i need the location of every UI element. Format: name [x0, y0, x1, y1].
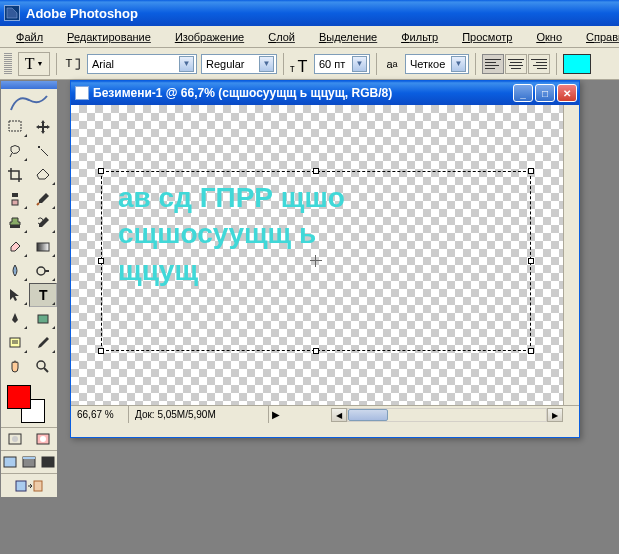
antialias-dropdown[interactable]: Четкое ▼	[405, 54, 469, 74]
scroll-track[interactable]	[347, 408, 547, 422]
svg-text:т: т	[290, 62, 295, 73]
align-right-button[interactable]	[528, 54, 550, 74]
text-orientation-toggle[interactable]: T	[63, 54, 83, 74]
fullscreen-button[interactable]	[38, 451, 57, 473]
svg-point-9	[37, 267, 45, 275]
svg-rect-5	[12, 193, 18, 197]
text-line: ав сд ГПРР щшо	[118, 180, 514, 216]
align-left-button[interactable]	[482, 54, 504, 74]
canvas[interactable]: ав сд ГПРР щшо сщшосуущщ ь щцущ	[71, 105, 563, 407]
resize-handle[interactable]	[313, 168, 319, 174]
canvas-area[interactable]: ав сд ГПРР щшо сщшосуущщ ь щцущ	[71, 105, 563, 407]
notes-tool[interactable]	[1, 331, 29, 355]
quickmask-mode-button[interactable]	[29, 428, 57, 450]
eraser-tool[interactable]	[1, 235, 29, 259]
svg-point-17	[40, 436, 46, 442]
document-title: Безимени-1 @ 66,7% (сщшосуущщ ь щцущ, RG…	[93, 86, 392, 100]
separator	[475, 53, 476, 75]
document-titlebar[interactable]: Безимени-1 @ 66,7% (сщшосуущщ ь щцущ, RG…	[71, 81, 579, 105]
marquee-tool[interactable]	[1, 115, 29, 139]
clone-stamp-tool[interactable]	[1, 211, 29, 235]
shape-tool[interactable]	[29, 307, 57, 331]
history-brush-tool[interactable]	[29, 211, 57, 235]
text-color-swatch[interactable]	[563, 54, 591, 74]
toolbox: T	[0, 80, 58, 498]
resize-handle[interactable]	[98, 258, 104, 264]
text-content[interactable]: ав сд ГПРР щшо сщшосуущщ ь щцущ	[102, 172, 530, 297]
gradient-tool[interactable]	[29, 235, 57, 259]
scroll-left-button[interactable]: ◀	[331, 408, 347, 422]
font-style-dropdown[interactable]: Regular ▼	[201, 54, 277, 74]
svg-rect-21	[42, 457, 54, 467]
slice-tool[interactable]	[29, 163, 57, 187]
resize-handle[interactable]	[313, 348, 319, 354]
resize-handle[interactable]	[528, 168, 534, 174]
svg-point-15	[12, 436, 18, 442]
brush-tool[interactable]	[29, 187, 57, 211]
resize-handle[interactable]	[528, 348, 534, 354]
font-size-value: 60 пт	[319, 58, 345, 70]
text-bounding-box[interactable]: ав сд ГПРР щшо сщшосуущщ ь щцущ	[101, 171, 531, 351]
workarea: T Безимени-1 @ 66,7% (сщшосуущщ	[0, 80, 619, 554]
svg-rect-7	[10, 225, 20, 228]
menu-select[interactable]: Выделение	[307, 29, 389, 45]
options-bar: T▼ T Arial ▼ Regular ▼ тT 60 пт ▼ aa Чет…	[0, 48, 619, 80]
eyedropper-tool[interactable]	[29, 331, 57, 355]
type-tool[interactable]: T	[29, 283, 57, 307]
dropdown-arrow-icon: ▼	[259, 56, 274, 72]
scroll-right-button[interactable]: ▶	[547, 408, 563, 422]
svg-text:T: T	[39, 287, 48, 303]
tool-preset-picker[interactable]: T▼	[18, 52, 50, 76]
lasso-tool[interactable]	[1, 139, 29, 163]
menu-filter[interactable]: Фильтр	[389, 29, 450, 45]
toolbox-drag-handle[interactable]	[1, 81, 57, 89]
svg-text:T: T	[66, 56, 73, 68]
menu-view[interactable]: Просмотр	[450, 29, 524, 45]
svg-rect-3	[9, 121, 21, 131]
crop-tool[interactable]	[1, 163, 29, 187]
pen-tool[interactable]	[1, 307, 29, 331]
standard-mode-button[interactable]	[1, 428, 29, 450]
scroll-thumb[interactable]	[348, 409, 388, 421]
resize-handle[interactable]	[98, 348, 104, 354]
move-tool[interactable]	[29, 115, 57, 139]
menu-window[interactable]: Окно	[524, 29, 574, 45]
resize-handle[interactable]	[98, 168, 104, 174]
menu-help[interactable]: Справка	[574, 29, 619, 45]
close-button[interactable]: ✕	[557, 84, 577, 102]
zoom-level[interactable]: 66,67 %	[71, 406, 129, 423]
separator	[556, 53, 557, 75]
font-size-dropdown[interactable]: 60 пт ▼	[314, 54, 370, 74]
menu-layer[interactable]: Слой	[256, 29, 307, 45]
resize-grip[interactable]	[565, 423, 579, 437]
blur-tool[interactable]	[1, 259, 29, 283]
font-family-dropdown[interactable]: Arial ▼	[87, 54, 197, 74]
foreground-color-swatch[interactable]	[7, 385, 31, 409]
menu-image[interactable]: Изображение	[163, 29, 256, 45]
horizontal-scrollbar[interactable]: ◀ ▶	[331, 407, 563, 423]
zoom-tool[interactable]	[29, 355, 57, 379]
healing-brush-tool[interactable]	[1, 187, 29, 211]
menubar: Файл Редактирование Изображение Слой Выд…	[0, 26, 619, 48]
status-menu-arrow-icon[interactable]: ▶	[269, 409, 283, 420]
dodge-tool[interactable]	[29, 259, 57, 283]
tool-grid: T	[1, 115, 57, 379]
standard-screen-button[interactable]	[1, 451, 20, 473]
fullscreen-menubar-button[interactable]	[20, 451, 39, 473]
path-selection-tool[interactable]	[1, 283, 29, 307]
menu-edit[interactable]: Редактирование	[55, 29, 163, 45]
jump-to-imageready-button[interactable]	[1, 473, 57, 497]
svg-rect-20	[23, 457, 35, 459]
optbar-drag-handle[interactable]	[4, 53, 12, 75]
app-titlebar: Adobe Photoshop	[0, 0, 619, 26]
minimize-button[interactable]: _	[513, 84, 533, 102]
antialias-icon: aa	[383, 55, 401, 73]
align-center-button[interactable]	[505, 54, 527, 74]
magic-wand-tool[interactable]	[29, 139, 57, 163]
doc-size-info[interactable]: Док: 5,05M/5,90M	[129, 406, 269, 423]
resize-handle[interactable]	[528, 258, 534, 264]
maximize-button[interactable]: □	[535, 84, 555, 102]
menu-file[interactable]: Файл	[4, 29, 55, 45]
vertical-scrollbar[interactable]	[563, 105, 579, 407]
hand-tool[interactable]	[1, 355, 29, 379]
